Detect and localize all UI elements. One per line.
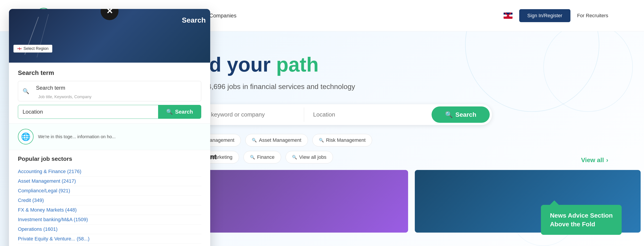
card-purple[interactable]: [182, 170, 408, 232]
panel-globe-section: 🌐 We're in this toge... information on h…: [9, 124, 210, 150]
sector-fx[interactable]: FX & Money Markets (448): [18, 205, 201, 215]
main-search-button[interactable]: 🔍 Search: [432, 106, 490, 123]
sector-risk-mgmt[interactable]: Risk Management (1206): [18, 244, 201, 246]
select-region-badge[interactable]: 🏴󠁧󠁢󠁥󠁮󠁧󠁿 Select Region: [14, 45, 52, 52]
panel-search-placeholder: Job title, Keywords, Company: [34, 94, 201, 101]
globe-icon: 🌐: [18, 129, 34, 144]
job-tags-row2: 🔍 Sales & Marketing 🔍 Finance 🔍 View all…: [179, 151, 608, 164]
panel-search-input[interactable]: Search term: [34, 81, 201, 94]
tag-icon: 🔍: [319, 138, 324, 143]
panel-header-text: Search: [182, 16, 206, 25]
nav-actions: Sign In/Register For Recruiters: [504, 9, 608, 22]
globe-text: We're in this toge... information on ho.…: [38, 134, 116, 140]
tag-icon: 🔍: [252, 138, 257, 143]
sector-investment-banking[interactable]: Investment banking/M&A (1509): [18, 215, 201, 224]
main-page: efc efinancialcareers Search Jobs News &…: [0, 0, 644, 246]
sector-private-equity[interactable]: Private Equity & Venture... (58...): [18, 234, 201, 244]
sector-compliance[interactable]: Compliance/Legal (921): [18, 186, 201, 196]
panel-location-label[interactable]: Location: [18, 105, 158, 118]
panel-location-row: Location 🔍 Search: [18, 105, 201, 119]
flag-uk-icon[interactable]: [504, 12, 512, 19]
sector-asset-mgmt[interactable]: Asset Management (2417): [18, 176, 201, 186]
sector-credit[interactable]: Credit (349): [18, 196, 201, 205]
close-icon: ✕: [106, 9, 113, 16]
tag-icon: 🔍: [292, 155, 297, 160]
panel-search-button[interactable]: 🔍 Search: [158, 105, 201, 118]
arrow-right-icon: ›: [606, 156, 608, 164]
panel-search-section: Search term 🔍 Search term Job title, Key…: [9, 62, 210, 124]
hero-title: Find your path: [179, 54, 608, 76]
tag-risk-management[interactable]: 🔍 Risk Management: [312, 134, 372, 146]
hero-subtitle: Search 14,696 jobs in financial services…: [179, 82, 608, 91]
nav-companies[interactable]: Companies: [209, 12, 236, 19]
panel-search-row: 🔍 Search term Job title, Keywords, Compa…: [18, 81, 201, 101]
tag-finance[interactable]: 🔍 Finance: [244, 151, 281, 164]
tag-asset-management[interactable]: 🔍 Asset Management: [245, 134, 308, 146]
search-icon: 🔍: [445, 111, 453, 118]
news-tooltip-title: News Advice Section: [550, 211, 613, 220]
sector-accounting[interactable]: Accounting & Finance (2176): [18, 167, 201, 176]
signin-button[interactable]: Sign In/Register: [519, 9, 570, 22]
tag-view-all-jobs[interactable]: 🔍 View all jobs: [286, 151, 333, 164]
search-icon-small: 🔍: [166, 109, 173, 115]
left-panel: ✕ 🏴󠁧󠁢󠁥󠁮󠁧󠁿 Select Region Search Search te…: [9, 9, 210, 246]
job-tags: 🔍 HR & Management 🔍 Asset Management 🔍 R…: [179, 134, 608, 146]
news-advice-tooltip: News Advice Section Above the Fold: [541, 205, 622, 235]
view-all-button[interactable]: View all ›: [581, 156, 608, 164]
location-input[interactable]: [304, 104, 429, 125]
recruiters-button[interactable]: For Recruiters: [577, 13, 608, 18]
tag-icon: 🔍: [250, 155, 255, 160]
panel-search-icon: 🔍: [18, 84, 34, 98]
hero-section: Find your path Search 14,696 jobs in fin…: [179, 31, 644, 181]
sector-operations[interactable]: Operations (1601): [18, 224, 201, 234]
search-bar: 🔍 Search: [179, 104, 492, 125]
panel-sectors: Popular job sectors Accounting & Finance…: [9, 150, 210, 246]
search-term-label: Search term: [18, 69, 201, 76]
news-tooltip-subtitle: Above the Fold: [550, 220, 613, 228]
flag-small-icon: 🏴󠁧󠁢󠁥󠁮󠁧󠁿: [17, 46, 22, 51]
sectors-title: Popular job sectors: [18, 156, 201, 162]
